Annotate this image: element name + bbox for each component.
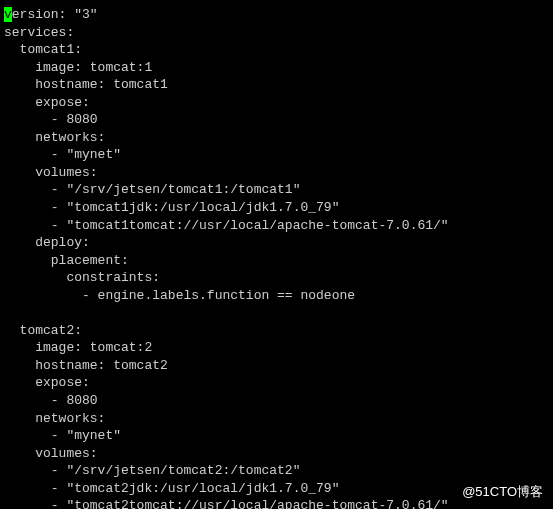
- yaml-line: tomcat2:: [4, 322, 549, 340]
- terminal-content: version: "3" services: tomcat1: image: t…: [4, 6, 549, 509]
- yaml-line: - "tomcat1jdk:/usr/local/jdk1.7.0_79": [4, 199, 549, 217]
- yaml-line: constraints:: [4, 269, 549, 287]
- yaml-line: hostname: tomcat2: [4, 357, 549, 375]
- yaml-line: volumes:: [4, 445, 549, 463]
- yaml-line: - "mynet": [4, 146, 549, 164]
- yaml-line: services:: [4, 24, 549, 42]
- yaml-line: version: "3": [4, 6, 549, 24]
- yaml-line: image: tomcat:2: [4, 339, 549, 357]
- yaml-line: deploy:: [4, 234, 549, 252]
- yaml-line: - "tomcat1tomcat://usr/local/apache-tomc…: [4, 217, 549, 235]
- yaml-line: networks:: [4, 410, 549, 428]
- yaml-line: - 8080: [4, 111, 549, 129]
- yaml-line: volumes:: [4, 164, 549, 182]
- yaml-line: networks:: [4, 129, 549, 147]
- yaml-line: tomcat1:: [4, 41, 549, 59]
- yaml-line: expose:: [4, 94, 549, 112]
- yaml-line: - "/srv/jetsen/tomcat1:/tomcat1": [4, 181, 549, 199]
- yaml-line: placement:: [4, 252, 549, 270]
- yaml-line: - engine.labels.function == nodeone: [4, 287, 549, 305]
- yaml-line: expose:: [4, 374, 549, 392]
- yaml-line: - 8080: [4, 392, 549, 410]
- watermark-text: @51CTO博客: [462, 483, 543, 501]
- yaml-line: hostname: tomcat1: [4, 76, 549, 94]
- yaml-line: - "mynet": [4, 427, 549, 445]
- yaml-line: - "/srv/jetsen/tomcat2:/tomcat2": [4, 462, 549, 480]
- yaml-blank-line: [4, 304, 549, 322]
- yaml-line: image: tomcat:1: [4, 59, 549, 77]
- cursor: v: [4, 7, 12, 22]
